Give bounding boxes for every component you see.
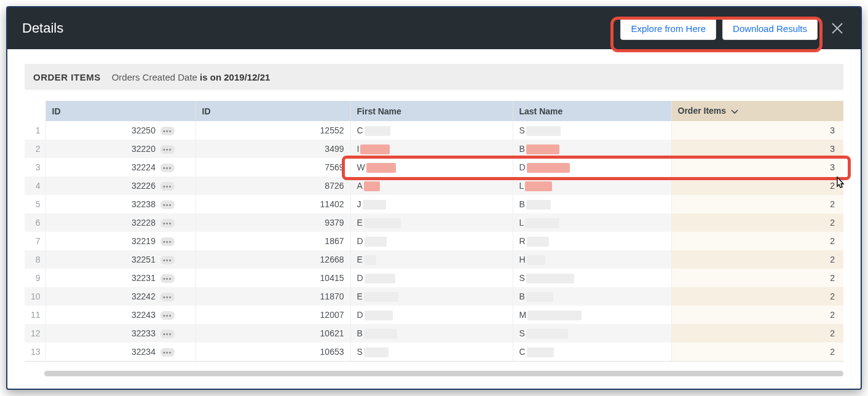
- table-row[interactable]: 1032242•••11870EB2: [25, 287, 843, 306]
- cell-order-items[interactable]: 3: [671, 158, 843, 176]
- horizontal-scrollbar-thumb[interactable]: [44, 371, 843, 376]
- table-row[interactable]: 632228•••9379EL2: [25, 213, 843, 232]
- cell-first-name[interactable]: I: [350, 140, 513, 158]
- cell-id-2[interactable]: 7569: [195, 158, 350, 176]
- row-actions-icon[interactable]: •••: [160, 330, 175, 338]
- cell-id-2[interactable]: 3499: [195, 140, 350, 158]
- cell-order-items[interactable]: 2: [671, 232, 843, 250]
- cell-id-1[interactable]: 32220•••: [45, 140, 195, 158]
- cell-last-name[interactable]: H: [513, 250, 671, 269]
- cell-order-items[interactable]: 2: [671, 287, 843, 306]
- cell-first-name[interactable]: W: [350, 158, 513, 176]
- cell-id-2[interactable]: 1867: [195, 232, 350, 250]
- cell-order-items[interactable]: 2: [671, 250, 843, 269]
- cell-id-1[interactable]: 32250•••: [45, 121, 195, 140]
- row-actions-icon[interactable]: •••: [160, 348, 175, 357]
- close-icon[interactable]: [829, 20, 846, 37]
- table-row[interactable]: 932231•••10415DS2: [25, 269, 843, 287]
- cell-first-name[interactable]: E: [350, 250, 513, 269]
- cell-first-name[interactable]: D: [350, 306, 513, 324]
- cell-id-1[interactable]: 32243•••: [45, 306, 195, 324]
- table-row[interactable]: 1232233•••10621BS2: [25, 324, 843, 343]
- cell-id-1[interactable]: 32234•••: [45, 343, 195, 361]
- cell-last-name[interactable]: C: [513, 343, 671, 361]
- cell-id-1[interactable]: 32224•••: [45, 158, 195, 176]
- cell-id-2[interactable]: 11402: [195, 195, 350, 213]
- row-actions-icon[interactable]: •••: [160, 127, 175, 135]
- cell-order-items[interactable]: 3: [671, 140, 843, 158]
- cell-first-name[interactable]: B: [350, 324, 513, 343]
- table-row[interactable]: 132250•••12552CS3: [25, 121, 843, 140]
- cell-last-name[interactable]: L: [513, 213, 671, 232]
- cell-first-name[interactable]: E: [350, 287, 513, 306]
- cell-first-name[interactable]: S: [350, 343, 513, 361]
- cell-id-2[interactable]: 12552: [195, 121, 350, 140]
- cell-id-1[interactable]: 32242•••: [45, 287, 195, 306]
- table-row[interactable]: 832251•••12668EH2: [25, 250, 843, 269]
- cell-order-items[interactable]: 2: [671, 176, 843, 195]
- table-row[interactable]: 232220•••3499IB3: [25, 140, 843, 158]
- table-row[interactable]: 432226•••8726AL2: [25, 176, 843, 195]
- row-actions-icon[interactable]: •••: [160, 145, 175, 154]
- cell-id-2[interactable]: 8726: [195, 176, 350, 195]
- cell-last-name[interactable]: L: [513, 176, 671, 195]
- cell-order-items[interactable]: 2: [671, 269, 843, 287]
- table-row[interactable]: 1332234•••10653SC2: [25, 343, 843, 361]
- row-actions-icon[interactable]: •••: [160, 200, 175, 209]
- cell-last-name[interactable]: S: [513, 121, 671, 140]
- cell-id-2[interactable]: 12668: [195, 250, 350, 269]
- row-actions-icon[interactable]: •••: [160, 164, 175, 172]
- cell-order-items[interactable]: 2: [671, 195, 843, 213]
- cell-last-name[interactable]: B: [513, 140, 671, 158]
- cell-id-1[interactable]: 32226•••: [45, 176, 195, 195]
- cell-id-1[interactable]: 32228•••: [45, 213, 195, 232]
- cell-id-2[interactable]: 10621: [195, 324, 350, 343]
- col-id-1[interactable]: ID: [45, 101, 195, 121]
- col-order-items[interactable]: Order Items: [671, 101, 843, 121]
- row-actions-icon[interactable]: •••: [160, 256, 175, 264]
- cell-first-name[interactable]: J: [350, 195, 513, 213]
- row-actions-icon[interactable]: •••: [160, 293, 175, 301]
- cell-first-name[interactable]: C: [350, 121, 513, 140]
- cell-order-items[interactable]: 2: [671, 213, 843, 232]
- col-last-name[interactable]: Last Name: [513, 101, 671, 121]
- cell-last-name[interactable]: R: [513, 232, 671, 250]
- cell-order-items[interactable]: 3: [671, 121, 843, 140]
- col-id-2[interactable]: ID: [195, 101, 350, 121]
- cell-last-name[interactable]: B: [513, 195, 671, 213]
- table-row[interactable]: 732219•••1867DR2: [25, 232, 843, 250]
- cell-id-1[interactable]: 32219•••: [45, 232, 195, 250]
- col-first-name[interactable]: First Name: [350, 101, 513, 121]
- cell-first-name[interactable]: E: [350, 213, 513, 232]
- table-row[interactable]: 532238•••11402JB2: [25, 195, 843, 213]
- cell-last-name[interactable]: D: [513, 158, 671, 176]
- explore-from-here-button[interactable]: Explore from Here: [620, 17, 716, 40]
- row-actions-icon[interactable]: •••: [160, 182, 175, 191]
- cell-id-2[interactable]: 10415: [195, 269, 350, 287]
- cell-first-name[interactable]: D: [350, 232, 513, 250]
- cell-last-name[interactable]: S: [513, 324, 671, 343]
- cell-id-2[interactable]: 11870: [195, 287, 350, 306]
- cell-order-items[interactable]: 2: [671, 324, 843, 343]
- cell-first-name[interactable]: A: [350, 176, 513, 195]
- cell-last-name[interactable]: B: [513, 287, 671, 306]
- row-actions-icon[interactable]: •••: [160, 237, 175, 246]
- cell-id-2[interactable]: 10653: [195, 343, 350, 361]
- row-actions-icon[interactable]: •••: [160, 311, 175, 320]
- cell-last-name[interactable]: M: [513, 306, 671, 324]
- cell-id-2[interactable]: 12007: [195, 306, 350, 324]
- cell-id-1[interactable]: 32231•••: [45, 269, 195, 287]
- cell-order-items[interactable]: 2: [671, 343, 843, 361]
- table-row[interactable]: 1132243•••12007DM2: [25, 306, 843, 324]
- cell-id-2[interactable]: 9379: [195, 213, 350, 232]
- download-results-button[interactable]: Download Results: [722, 17, 818, 40]
- cell-id-1[interactable]: 32238•••: [45, 195, 195, 213]
- row-actions-icon[interactable]: •••: [160, 219, 175, 228]
- cell-last-name[interactable]: S: [513, 269, 671, 287]
- cell-first-name[interactable]: D: [350, 269, 513, 287]
- cell-order-items[interactable]: 2: [671, 306, 843, 324]
- cell-id-1[interactable]: 32251•••: [45, 250, 195, 269]
- row-actions-icon[interactable]: •••: [160, 274, 175, 283]
- table-row[interactable]: 332224•••7569WD3: [25, 158, 843, 176]
- cell-id-1[interactable]: 32233•••: [45, 324, 195, 343]
